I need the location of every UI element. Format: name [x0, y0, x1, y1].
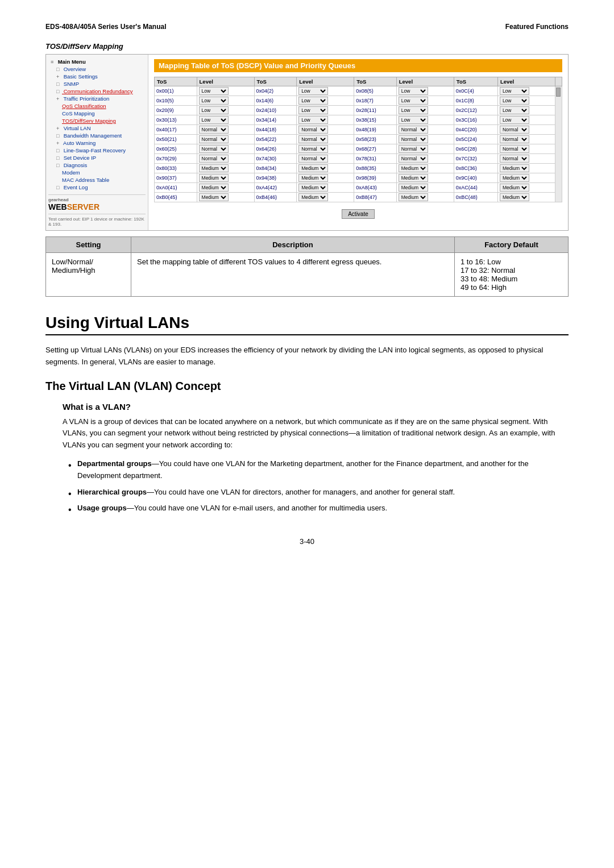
level-cell[interactable]: LowNormalMediumHigh	[197, 125, 254, 135]
col-level-1: Level	[197, 77, 254, 86]
sidebar-item-auto-warning[interactable]: + Auto Warning	[48, 139, 146, 147]
level-cell[interactable]: LowNormalMediumHigh	[297, 144, 354, 154]
screenshot-label: TOS/DiffServ Mapping	[45, 42, 569, 51]
level-cell[interactable]: LowNormalMediumHigh	[497, 193, 555, 202]
level-cell[interactable]: LowNormalMediumHigh	[297, 125, 354, 135]
level-cell[interactable]: LowNormalMediumHigh	[497, 164, 555, 173]
level-cell[interactable]: LowNormalMediumHigh	[497, 173, 555, 183]
level-cell[interactable]: LowNormalMediumHigh	[396, 164, 454, 173]
level-cell[interactable]: LowNormalMediumHigh	[396, 173, 454, 183]
level-cell[interactable]: LowNormalMediumHigh	[197, 86, 254, 96]
tos-cell: 0x64(26)	[254, 144, 297, 154]
level-cell[interactable]: LowNormalMediumHigh	[297, 96, 354, 106]
tos-cell: 0xB4(46)	[254, 193, 297, 202]
level-cell[interactable]: LowNormalMediumHigh	[197, 144, 254, 154]
sidebar-item-set-device[interactable]: □ Set Device IP	[48, 154, 146, 161]
tos-cell: 0x14(6)	[254, 96, 297, 106]
level-cell[interactable]: LowNormalMediumHigh	[197, 164, 254, 173]
level-cell[interactable]: LowNormalMediumHigh	[497, 135, 555, 144]
level-cell[interactable]: LowNormalMediumHigh	[297, 86, 354, 96]
sidebar-item-cos[interactable]: CoS Mapping	[48, 110, 146, 117]
level-cell[interactable]: LowNormalMediumHigh	[497, 115, 555, 125]
tos-mapping-table: ToS Level ToS Level ToS Level ToS Level …	[154, 77, 562, 202]
scrollbar[interactable]	[555, 86, 562, 202]
level-cell[interactable]: LowNormalMediumHigh	[497, 154, 555, 164]
manual-title: EDS-408A/405A Series User's Manual	[45, 23, 167, 31]
sidebar-item-overview[interactable]: □ Overview	[48, 65, 146, 73]
set-device-icon: □	[56, 155, 62, 161]
webserver-label: WEBSERVER	[48, 202, 99, 211]
tos-cell: 0x24(10)	[254, 106, 297, 115]
level-cell[interactable]: LowNormalMediumHigh	[497, 183, 555, 193]
sidebar-item-line-swap[interactable]: □ Line-Swap-Fast Recovery	[48, 147, 146, 154]
level-cell[interactable]: LowNormalMediumHigh	[197, 96, 254, 106]
bandwidth-icon: □	[56, 133, 62, 139]
sidebar-item-bandwidth[interactable]: □ Bandwidth Management	[48, 132, 146, 139]
sidebar-item-mac-table[interactable]: MAC Address Table	[48, 176, 146, 184]
sidebar-item-basic-settings[interactable]: + Basic Settings	[48, 73, 146, 80]
sidebar-item-event-log[interactable]: □ Event Log	[48, 184, 146, 191]
level-cell[interactable]: LowNormalMediumHigh	[396, 193, 454, 202]
level-cell[interactable]: LowNormalMediumHigh	[297, 154, 354, 164]
tos-cell: 0x34(14)	[254, 115, 297, 125]
activate-row: Activate	[154, 202, 562, 221]
tos-cell: 0xA8(43)	[354, 183, 397, 193]
level-cell[interactable]: LowNormalMediumHigh	[497, 144, 555, 154]
level-cell[interactable]: LowNormalMediumHigh	[297, 183, 354, 193]
sidebar-item-mainmenu[interactable]: ≡ Main Menu	[48, 58, 146, 65]
page-header: EDS-408A/405A Series User's Manual Featu…	[45, 23, 569, 31]
vlan-icon: +	[56, 126, 62, 131]
level-cell[interactable]: LowNormalMediumHigh	[396, 115, 454, 125]
sidebar-item-snmp[interactable]: □ SNMP	[48, 80, 146, 88]
tos-cell: 0x20(9)	[155, 106, 197, 115]
activate-button[interactable]: Activate	[342, 209, 375, 219]
level-cell[interactable]: LowNormalMediumHigh	[396, 86, 454, 96]
list-item: Departmental groups—You could have one V…	[68, 458, 569, 482]
col-tos-3: ToS	[354, 77, 397, 86]
sidebar-item-comm-redundancy[interactable]: □ Communication Redundancy	[48, 88, 146, 95]
level-cell[interactable]: LowNormalMediumHigh	[197, 106, 254, 115]
level-cell[interactable]: LowNormalMediumHigh	[497, 125, 555, 135]
default-cell: 1 to 16: Low17 to 32: Normal33 to 48: Me…	[455, 253, 569, 297]
what-is-text: A VLAN is a group of devices that can be…	[63, 416, 569, 451]
level-cell[interactable]: LowNormalMediumHigh	[396, 183, 454, 193]
sidebar-item-modem[interactable]: Modem	[48, 169, 146, 176]
screenshot-container: ≡ Main Menu □ Overview + Basic Settings …	[45, 54, 569, 231]
level-cell[interactable]: LowNormalMediumHigh	[497, 106, 555, 115]
level-cell[interactable]: LowNormalMediumHigh	[297, 115, 354, 125]
sidebar-item-qos[interactable]: QoS Classification	[48, 102, 146, 110]
desc-header-setting: Setting	[46, 237, 131, 253]
tos-cell: 0x44(18)	[254, 125, 297, 135]
level-cell[interactable]: LowNormalMediumHigh	[197, 183, 254, 193]
level-cell[interactable]: LowNormalMediumHigh	[197, 173, 254, 183]
sidebar-item-diagnosis[interactable]: □ Diagnosis	[48, 161, 146, 169]
level-cell[interactable]: LowNormalMediumHigh	[297, 173, 354, 183]
sidebar-item-traffic[interactable]: + Traffic Prioritization	[48, 95, 146, 102]
level-cell[interactable]: LowNormalMediumHigh	[497, 96, 555, 106]
auto-warning-icon: +	[56, 140, 62, 146]
level-cell[interactable]: LowNormalMediumHigh	[197, 115, 254, 125]
level-cell[interactable]: LowNormalMediumHigh	[396, 154, 454, 164]
level-cell[interactable]: LowNormalMediumHigh	[497, 86, 555, 96]
tos-cell: 0x5C(24)	[454, 135, 497, 144]
tos-cell: 0x90(37)	[155, 173, 197, 183]
level-cell[interactable]: LowNormalMediumHigh	[297, 106, 354, 115]
level-cell[interactable]: LowNormalMediumHigh	[396, 144, 454, 154]
tos-cell: 0x84(34)	[254, 164, 297, 173]
main-mapping-content: Mapping Table of ToS (DSCP) Value and Pr…	[148, 55, 568, 230]
level-cell[interactable]: LowNormalMediumHigh	[297, 135, 354, 144]
tos-cell: 0x0C(4)	[454, 86, 497, 96]
level-cell[interactable]: LowNormalMediumHigh	[197, 154, 254, 164]
sidebar-item-tos[interactable]: TOS/DiffServ Mapping	[48, 117, 146, 124]
sidebar: ≡ Main Menu □ Overview + Basic Settings …	[46, 55, 148, 230]
level-cell[interactable]: LowNormalMediumHigh	[297, 164, 354, 173]
level-cell[interactable]: LowNormalMediumHigh	[396, 96, 454, 106]
level-cell[interactable]: LowNormalMediumHigh	[396, 125, 454, 135]
level-cell[interactable]: LowNormalMediumHigh	[396, 135, 454, 144]
sidebar-item-vlan[interactable]: + Virtual LAN	[48, 124, 146, 132]
tos-cell: 0x10(5)	[155, 96, 197, 106]
level-cell[interactable]: LowNormalMediumHigh	[297, 193, 354, 202]
level-cell[interactable]: LowNormalMediumHigh	[396, 106, 454, 115]
level-cell[interactable]: LowNormalMediumHigh	[197, 135, 254, 144]
level-cell[interactable]: LowNormalMediumHigh	[197, 193, 254, 202]
